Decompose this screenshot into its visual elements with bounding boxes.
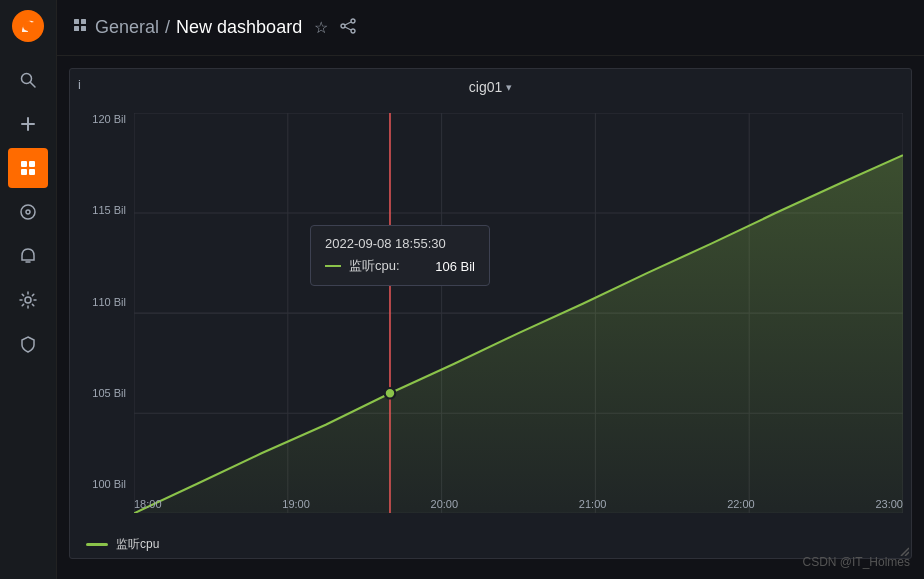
svg-point-19 <box>341 24 345 28</box>
svg-rect-14 <box>74 19 79 24</box>
panel-title-chevron-icon: ▾ <box>506 81 512 94</box>
svg-line-22 <box>345 27 351 30</box>
svg-rect-9 <box>29 169 35 175</box>
svg-rect-17 <box>81 26 86 31</box>
x-label-1: 19:00 <box>282 498 310 510</box>
svg-rect-6 <box>21 161 27 167</box>
x-label-0: 18:00 <box>134 498 162 510</box>
chart-panel: i cig01 ▾ 120 Bil 115 Bil 110 Bil 105 Bi… <box>69 68 912 559</box>
svg-line-3 <box>31 83 36 88</box>
legend-series-color <box>86 543 108 546</box>
svg-point-13 <box>25 297 31 303</box>
sidebar-item-dashboards[interactable] <box>8 148 48 188</box>
panel-legend: 监听cpu <box>70 530 911 558</box>
sidebar-item-alerting[interactable] <box>8 236 48 276</box>
svg-point-1 <box>23 21 33 31</box>
x-label-2: 20:00 <box>431 498 459 510</box>
x-label-5: 23:00 <box>875 498 903 510</box>
svg-point-18 <box>351 19 355 23</box>
svg-point-20 <box>351 29 355 33</box>
panel-title-text: cig01 <box>469 79 502 95</box>
panel-info-icon[interactable]: i <box>78 77 81 92</box>
y-label-2: 110 Bil <box>92 296 126 308</box>
share-button[interactable] <box>340 18 356 38</box>
y-label-0: 120 Bil <box>92 113 126 125</box>
svg-point-10 <box>21 205 35 219</box>
watermark: CSDN @IT_Holmes <box>802 555 910 569</box>
svg-rect-15 <box>81 19 86 24</box>
chart-svg <box>134 113 903 513</box>
sidebar-item-add[interactable] <box>8 104 48 144</box>
svg-line-21 <box>345 22 351 25</box>
y-label-3: 105 Bil <box>92 387 126 399</box>
svg-point-11 <box>26 210 30 214</box>
breadcrumb-general[interactable]: General <box>95 17 159 38</box>
main-content: General / New dashboard ☆ i cig01 ▾ <box>57 0 924 579</box>
star-button[interactable]: ☆ <box>314 18 328 37</box>
x-axis: 18:00 19:00 20:00 21:00 22:00 23:00 <box>134 498 903 510</box>
y-axis: 120 Bil 115 Bil 110 Bil 105 Bil 100 Bil <box>70 113 134 490</box>
panel-header: i cig01 ▾ <box>70 69 911 105</box>
breadcrumb-separator: / <box>165 17 170 38</box>
x-label-3: 21:00 <box>579 498 607 510</box>
chart-container: 120 Bil 115 Bil 110 Bil 105 Bil 100 Bil <box>70 105 911 530</box>
legend-series-label: 监听cpu <box>116 536 159 553</box>
breadcrumb: General / New dashboard <box>73 17 302 38</box>
svg-point-37 <box>385 388 396 399</box>
sidebar-item-explore[interactable] <box>8 192 48 232</box>
page-header: General / New dashboard ☆ <box>57 0 924 56</box>
app-logo[interactable] <box>10 8 46 44</box>
svg-rect-7 <box>29 161 35 167</box>
sidebar-item-search[interactable] <box>8 60 48 100</box>
sidebar-item-shield[interactable] <box>8 324 48 364</box>
page-title: New dashboard <box>176 17 302 38</box>
sidebar-item-settings[interactable] <box>8 280 48 320</box>
breadcrumb-grid-icon <box>73 18 89 37</box>
dashboard-area: i cig01 ▾ 120 Bil 115 Bil 110 Bil 105 Bi… <box>57 56 924 579</box>
sidebar <box>0 0 57 579</box>
svg-rect-16 <box>74 26 79 31</box>
y-label-4: 100 Bil <box>92 478 126 490</box>
panel-title-button[interactable]: cig01 ▾ <box>469 79 512 95</box>
y-label-1: 115 Bil <box>92 204 126 216</box>
svg-rect-8 <box>21 169 27 175</box>
x-label-4: 22:00 <box>727 498 755 510</box>
